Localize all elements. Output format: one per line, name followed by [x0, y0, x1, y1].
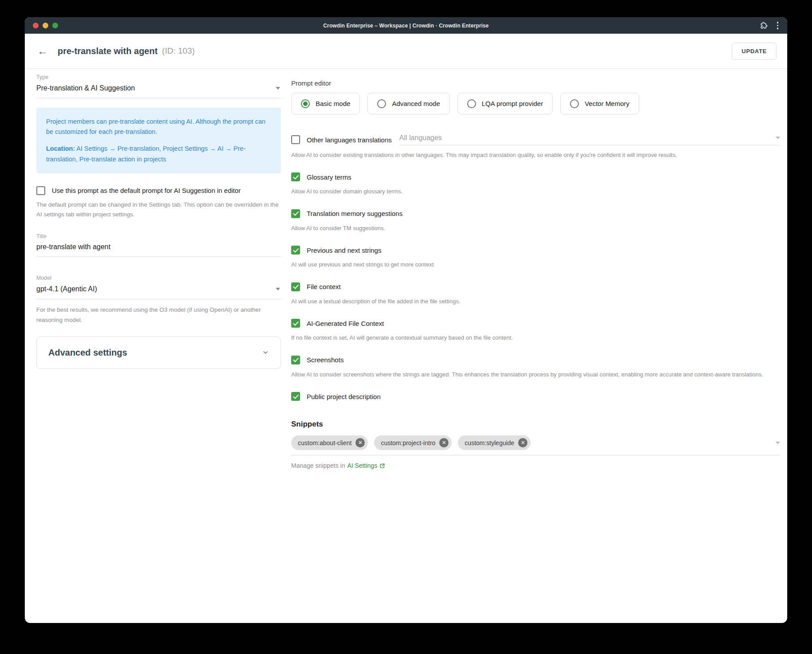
default-prompt-label: Use this prompt as the default prompt fo…: [52, 187, 241, 194]
option-screenshots: Screenshots Allow AI to consider screens…: [291, 356, 780, 379]
model-label: Model: [36, 275, 281, 281]
checked-checkbox[interactable]: [291, 172, 300, 181]
radio-icon: [467, 99, 476, 108]
other-languages-help: Allow AI to consider existing translatio…: [291, 150, 780, 160]
option-help: Allow AI to consider screenshots where t…: [291, 370, 780, 379]
default-prompt-checkbox[interactable]: [36, 186, 45, 195]
model-select-value: gpt-4.1 (Agentic AI): [36, 285, 97, 293]
checked-checkbox[interactable]: [291, 209, 300, 218]
other-languages-row: Other languages translations: [291, 134, 780, 145]
option-ai-generated-file-context: AI-Generated File Context If no file con…: [291, 319, 780, 342]
model-field: Model gpt-4.1 (Agentic AI) For the best …: [36, 275, 281, 325]
chevron-down-icon: [776, 137, 780, 139]
info-location-text: Location:AI Settings → Pre-translation, …: [46, 144, 271, 164]
title-label: Title: [36, 233, 281, 239]
radio-selected-icon: [301, 99, 310, 108]
checked-checkbox[interactable]: [291, 282, 300, 291]
external-link-icon: [379, 463, 385, 469]
info-location-label: Location:: [46, 145, 75, 152]
remove-chip-icon[interactable]: ✕: [439, 438, 449, 447]
window-title: Crowdin Enterprise – Workspace | Crowdin…: [25, 23, 787, 29]
title-field: Title pre-translate with agent: [36, 233, 281, 257]
back-button[interactable]: ←: [35, 44, 50, 58]
snippets-select[interactable]: custom:about-client ✕ custom:project-int…: [291, 435, 780, 455]
option-row[interactable]: File context: [291, 282, 780, 291]
default-prompt-row[interactable]: Use this prompt as the default prompt fo…: [36, 186, 281, 195]
type-select[interactable]: Pre-translation & AI Suggestion: [36, 80, 281, 98]
page-header: ← pre-translate with agent (ID: 103) UPD…: [25, 34, 787, 68]
snippets-section: Snippets custom:about-client ✕ custom:pr…: [291, 420, 780, 469]
type-label: Type: [36, 74, 281, 80]
option-row[interactable]: Glossary terms: [291, 172, 780, 181]
type-info-box: Project members can pre-translate conten…: [36, 108, 281, 173]
remove-chip-icon[interactable]: ✕: [518, 438, 527, 447]
option-row[interactable]: Previous and next strings: [291, 246, 780, 255]
chevron-down-icon: [776, 442, 780, 444]
option-glossary-terms: Glossary terms Allow AI to consider doma…: [291, 172, 780, 196]
settings-left-column: Type Pre-translation & AI Suggestion Pro…: [36, 69, 281, 369]
checked-checkbox[interactable]: [291, 392, 300, 401]
advanced-settings-label: Advanced settings: [48, 348, 127, 358]
prompt-editor-label: Prompt editor: [291, 79, 780, 87]
model-select[interactable]: gpt-4.1 (Agentic AI): [36, 281, 281, 299]
chevron-down-icon: [276, 87, 280, 90]
titlebar: Crowdin Enterprise – Workspace | Crowdin…: [25, 17, 787, 34]
other-languages-label: Other languages translations: [307, 136, 392, 144]
mode-vector-memory[interactable]: Vector Memory: [560, 93, 639, 114]
title-input[interactable]: pre-translate with agent: [36, 239, 281, 257]
default-prompt-help: The default prompt can be changed in the…: [36, 200, 281, 220]
option-translation-memory: Translation memory suggestions Allow AI …: [291, 209, 780, 233]
type-select-value: Pre-translation & AI Suggestion: [36, 84, 135, 92]
checked-checkbox[interactable]: [291, 319, 300, 328]
checked-checkbox[interactable]: [291, 356, 300, 364]
snippet-chip: custom:styleguide ✕: [458, 435, 531, 450]
prompt-editor-mode-group: Basic mode Advanced mode LQA prompt prov…: [291, 93, 780, 114]
checked-checkbox[interactable]: [291, 246, 300, 255]
ai-settings-link[interactable]: AI Settings: [347, 462, 385, 469]
title-input-value: pre-translate with agent: [36, 243, 110, 251]
advanced-settings-toggle[interactable]: Advanced settings: [36, 337, 281, 369]
remove-chip-icon[interactable]: ✕: [355, 438, 365, 447]
option-help: If no file context is set, AI will gener…: [291, 333, 780, 342]
close-window-button[interactable]: [33, 23, 39, 28]
chevron-down-icon: [262, 349, 269, 356]
option-public-project-description: Public project description: [291, 392, 780, 401]
snippet-chip: custom:project-intro ✕: [374, 435, 452, 450]
mode-lqa-prompt-provider[interactable]: LQA prompt provider: [457, 93, 553, 114]
other-languages-input[interactable]: [399, 134, 776, 142]
radio-icon: [570, 99, 579, 108]
option-row[interactable]: Translation memory suggestions: [291, 209, 780, 218]
option-file-context: File context AI will use a textual descr…: [291, 282, 780, 306]
other-languages-checkbox[interactable]: [291, 135, 300, 144]
option-help: AI will use a textual description of the…: [291, 297, 780, 306]
snippets-heading: Snippets: [291, 420, 780, 429]
manage-snippets-line: Manage snippets in AI Settings: [291, 462, 780, 469]
radio-icon: [377, 99, 386, 108]
snippet-chip: custom:about-client ✕: [291, 435, 368, 450]
other-languages-select[interactable]: [399, 134, 780, 145]
zoom-window-button[interactable]: [52, 23, 58, 28]
minimize-window-button[interactable]: [43, 23, 48, 28]
option-row[interactable]: AI-Generated File Context: [291, 319, 780, 328]
extensions-icon[interactable]: [760, 21, 768, 30]
mode-basic[interactable]: Basic mode: [291, 93, 360, 114]
option-help: AI will use previous and next strings to…: [291, 260, 780, 269]
settings-right-column: Prompt editor Basic mode Advanced mode L…: [291, 69, 780, 469]
option-row[interactable]: Screenshots: [291, 356, 780, 364]
option-previous-next-strings: Previous and next strings AI will use pr…: [291, 246, 780, 269]
option-help: Allow AI to consider domain glossary ter…: [291, 187, 780, 196]
browser-menu-icon[interactable]: [776, 21, 780, 30]
info-text: Project members can pre-translate conten…: [46, 117, 271, 137]
window-controls[interactable]: [33, 23, 58, 28]
option-row[interactable]: Public project description: [291, 392, 780, 401]
update-button[interactable]: UPDATE: [732, 43, 777, 60]
browser-window: Crowdin Enterprise – Workspace | Crowdin…: [25, 17, 787, 623]
chevron-down-icon: [276, 288, 280, 290]
page-title: pre-translate with agent: [58, 46, 158, 56]
type-field: Type Pre-translation & AI Suggestion: [36, 74, 281, 98]
option-help: Allow AI to consider TM suggestions.: [291, 223, 780, 233]
mode-advanced[interactable]: Advanced mode: [367, 93, 449, 114]
page-id-badge: (ID: 103): [162, 46, 195, 56]
model-help: For the best results, we recommend using…: [36, 305, 281, 325]
